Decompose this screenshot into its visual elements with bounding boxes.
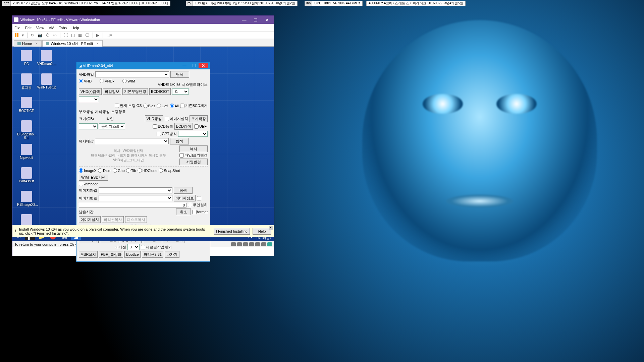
- vhd-radio[interactable]: VHD: [79, 79, 92, 83]
- desktop-icon[interactable]: Ntpwedit: [17, 144, 36, 160]
- bcdsearch-button[interactable]: BCD검색: [174, 123, 193, 130]
- mbr-button[interactable]: MBR설치: [79, 251, 98, 258]
- partition-combo[interactable]: 0: [127, 244, 140, 250]
- bcdboot-button[interactable]: BCDBOOT: [149, 88, 171, 95]
- typesize-check[interactable]: 타입|크기변경: [179, 153, 208, 158]
- desktop-icon[interactable]: PartAssist: [17, 167, 36, 183]
- fullscreen-icon[interactable]: ⛶: [64, 33, 68, 38]
- console-icon[interactable]: ▶: [96, 33, 99, 38]
- maximize-button[interactable]: ☐: [189, 63, 199, 68]
- unity-icon[interactable]: ◫: [71, 33, 75, 38]
- copytarget-combo[interactable]: [95, 138, 169, 144]
- part231-button[interactable]: 파티션2.31: [142, 251, 163, 258]
- vhdfile-combo[interactable]: [95, 71, 169, 77]
- tab-vm[interactable]: Windows 10 x64 - PE edit✕: [42, 40, 103, 47]
- bootchange-button[interactable]: 기본부팅변경: [122, 88, 148, 95]
- fileinfo-button[interactable]: 파일정보: [103, 88, 121, 95]
- oldbcd-check[interactable]: 기존BCD제거: [180, 103, 208, 108]
- sizeext-button[interactable]: 크기확장: [190, 115, 208, 122]
- desktop-icon[interactable]: RSImageX2...: [17, 191, 36, 206]
- device-icon[interactable]: [255, 242, 260, 246]
- bcd-combo[interactable]: [178, 131, 208, 137]
- device-icon[interactable]: [243, 242, 248, 246]
- desktop-icon[interactable]: 휴지통: [17, 73, 36, 90]
- menu-view[interactable]: View: [36, 26, 44, 30]
- menu-file[interactable]: File: [14, 26, 20, 30]
- menu-vm[interactable]: VM: [49, 26, 54, 30]
- bootice-button[interactable]: BootIce: [124, 251, 140, 258]
- snapshot-manager-icon[interactable]: ⏱: [46, 33, 50, 38]
- device-icon[interactable]: [249, 242, 254, 246]
- gho-radio[interactable]: Gho: [113, 168, 125, 173]
- snapshot-radio[interactable]: SnapShot: [159, 168, 180, 173]
- vhdcreate-button[interactable]: VHD생성: [145, 115, 163, 122]
- wimboot-check[interactable]: wimboot: [79, 182, 98, 186]
- imagex-radio[interactable]: ImageX: [79, 168, 97, 173]
- pbr-button[interactable]: PBR_활성화: [99, 251, 123, 258]
- desktop-icon[interactable]: VHDman2....: [37, 50, 56, 66]
- uefi-check[interactable]: UEFI: [194, 124, 208, 129]
- hdclone-radio[interactable]: HDClone: [138, 168, 158, 173]
- uefi-radio[interactable]: Uefi: [157, 104, 168, 108]
- pause-icon[interactable]: [15, 33, 18, 37]
- desktop-icon[interactable]: WinNTSetup: [37, 73, 56, 89]
- format-check[interactable]: format: [192, 210, 208, 214]
- bios-radio[interactable]: Bios: [143, 104, 155, 108]
- revert-icon[interactable]: ⤺: [53, 33, 57, 38]
- imginfo-check[interactable]: [197, 196, 201, 200]
- send-ctrl-alt-del-icon[interactable]: ⟳: [31, 33, 34, 38]
- screen-icon[interactable]: 🖵: [85, 33, 89, 38]
- gpt-check[interactable]: GPT방식: [157, 131, 177, 136]
- vmware-titlebar[interactable]: Windows 10 x64 - PE edit - VMware Workst…: [12, 16, 274, 24]
- hint-close-icon[interactable]: ✕: [269, 226, 273, 230]
- minimize-button[interactable]: —: [180, 63, 189, 68]
- copytarget-search-button[interactable]: 탐색: [170, 138, 189, 144]
- type-combo[interactable]: 동적디스크: [99, 123, 125, 129]
- menu-tabs[interactable]: Tabs: [59, 26, 67, 30]
- appview-icon[interactable]: ▦: [78, 33, 82, 38]
- desktop-icon[interactable]: D.Snapsho...5.1: [17, 120, 36, 140]
- copy-button[interactable]: 복사: [179, 145, 208, 152]
- unattend-check[interactable]: 무인설치: [188, 202, 208, 207]
- vhd-drive-combo[interactable]: Z:: [172, 88, 189, 95]
- maximize-button[interactable]: ☐: [250, 17, 261, 22]
- dropdown-icon[interactable]: ▾: [22, 33, 24, 38]
- tab-close-icon[interactable]: ✕: [96, 42, 99, 45]
- device-icon[interactable]: [261, 242, 266, 246]
- vhdx-search-button[interactable]: VHD(x)검색: [79, 88, 102, 95]
- bcdreg-check[interactable]: BCD등록: [153, 124, 173, 129]
- vhdman-titlebar[interactable]: ◪ VHDman2.04_x64 — ☐ ✕: [76, 62, 210, 69]
- tab-home[interactable]: Home✕: [14, 40, 42, 47]
- sys-drive-combo[interactable]: [79, 96, 99, 102]
- vhdx-radio[interactable]: VHDx: [100, 79, 114, 83]
- sigchange-button[interactable]: 서명변경: [179, 159, 208, 165]
- imginfo-button[interactable]: 이미지정보: [174, 195, 196, 201]
- minimize-button[interactable]: —: [238, 17, 250, 22]
- desktop-icon[interactable]: PC: [17, 50, 36, 66]
- imgfile-search-button[interactable]: 탐색: [174, 187, 193, 194]
- close-button[interactable]: ✕: [199, 63, 208, 68]
- device-icon[interactable]: [267, 242, 272, 246]
- device-icon[interactable]: [231, 242, 236, 246]
- zerofill-check[interactable]: 제로필작업제외: [141, 245, 172, 250]
- snapshot-icon[interactable]: 📷: [38, 33, 43, 38]
- wim-radio[interactable]: WIM: [122, 79, 135, 83]
- finished-installing-button[interactable]: I Finished Installing: [214, 228, 250, 235]
- imgidx-combo[interactable]: [99, 195, 172, 201]
- close-button[interactable]: ✕: [261, 17, 273, 22]
- tab-close-icon[interactable]: ✕: [35, 42, 38, 45]
- cancel-button[interactable]: 취소: [176, 208, 191, 215]
- imginst-button[interactable]: 이미지설치: [79, 216, 101, 223]
- imginstall-check[interactable]: 이미지설치: [165, 116, 188, 121]
- size-combo[interactable]: [79, 123, 98, 129]
- search-button[interactable]: 탐색: [170, 71, 189, 78]
- tib-radio[interactable]: Tib: [126, 168, 136, 173]
- device-icon[interactable]: [237, 242, 242, 246]
- all-radio[interactable]: All: [170, 104, 179, 108]
- menu-help[interactable]: Help: [71, 26, 79, 30]
- exit-button[interactable]: 나가기: [165, 251, 179, 258]
- menu-edit[interactable]: Edit: [25, 26, 32, 30]
- wimesd-button[interactable]: WIM_ESD검색: [79, 174, 108, 181]
- desktop-icon[interactable]: BOOTICE: [17, 97, 36, 113]
- dism-radio[interactable]: Dism: [98, 168, 111, 173]
